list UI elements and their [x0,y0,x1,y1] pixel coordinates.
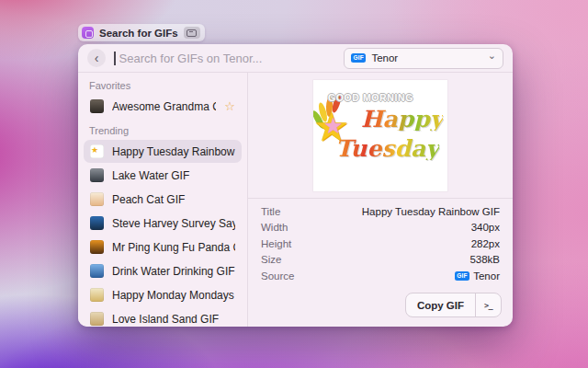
gif-thumbnail [90,264,104,278]
gif-thumbnail [90,240,104,254]
gif-thumbnail [90,144,104,158]
chevron-left-icon [95,50,99,66]
command-chip[interactable]: Search for GIFs [78,24,205,41]
tenor-gif-badge-icon: GIF [351,53,366,63]
gif-thumbnail [90,192,104,206]
favorite-star-icon[interactable] [224,100,235,112]
meta-row-source: Source GIF Tenor [261,268,500,284]
list-item-happy-tuesday[interactable]: Happy Tuesday Rainbow GIF [84,140,242,163]
content-area: Favorites Awesome Grandma GIF Trending H… [78,73,513,327]
metadata-table: Title Happy Tuesday Rainbow GIF Width 34… [248,199,513,284]
list-item-love-island[interactable]: Love Island Sand GIF [84,307,242,327]
gif-preview-area: GOOD MORNING ★ ★ Happy Tuesday [248,73,513,198]
gif-text-happy: Happy [361,108,443,131]
text-caret [114,52,116,65]
gif-detail-pane: GOOD MORNING ★ ★ Happy Tuesday Title Hap… [248,73,513,327]
section-label-trending: Trending [89,125,236,136]
meta-row-width: Width 340px [261,220,500,236]
gif-thumbnail [90,99,104,113]
list-item-happy-monday[interactable]: Happy Monday Mondays GIF [84,283,242,306]
hotkey-icon [184,27,200,39]
gif-extension-icon [82,27,94,39]
list-item-peach-cat[interactable]: Peach Cat GIF [84,188,242,211]
meta-row-height: Height 282px [261,236,500,252]
source-value: Tenor [473,270,500,282]
list-item-mr-ping[interactable]: Mr Ping Kung Fu Panda GIF [84,236,242,259]
gif-text-tuesday: Tuesday [335,137,439,160]
search-input[interactable] [119,52,336,65]
source-dropdown-label: Tenor [371,52,481,63]
terminal-prompt-icon: >_ [484,301,492,310]
list-item-awesome-grandma[interactable]: Awesome Grandma GIF [84,95,242,118]
source-dropdown[interactable]: GIF Tenor [344,48,503,69]
search-header: GIF Tenor [78,44,513,72]
meta-row-size: Size 538kB [261,252,500,269]
list-item-drink-water[interactable]: Drink Water Drinking GIF [84,259,242,282]
list-item-lake-water[interactable]: Lake Water GIF [84,164,242,187]
gif-thumbnail [90,216,104,230]
gif-text-good-morning: GOOD MORNING [328,92,446,103]
meta-row-title: Title Happy Tuesday Rainbow GIF [261,203,500,220]
gif-preview: GOOD MORNING ★ ★ Happy Tuesday [313,80,447,191]
gif-thumbnail [90,288,104,302]
back-button[interactable] [87,49,106,67]
tenor-gif-badge-icon: GIF [455,271,469,282]
gif-search-window: GIF Tenor Favorites Awesome Grandma GIF … [78,44,513,327]
actions-menu-button[interactable]: >_ [476,293,501,316]
command-chip-label: Search for GIFs [99,28,178,39]
gif-thumbnail [90,168,104,182]
list-item-steve-harvey[interactable]: Steve Harvey Survey Says GIF [84,212,242,235]
action-button-group: Copy GIF >_ [405,293,502,317]
gif-list-sidebar: Favorites Awesome Grandma GIF Trending H… [78,73,248,327]
copy-gif-button[interactable]: Copy GIF [406,293,475,316]
section-label-favorites: Favorites [89,80,236,91]
gif-thumbnail [90,312,104,326]
